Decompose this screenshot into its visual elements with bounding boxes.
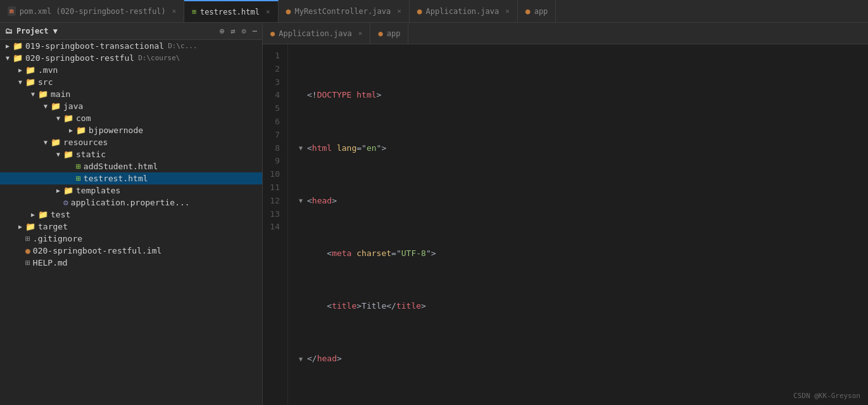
minimize-icon[interactable]: — [253, 27, 257, 35]
tree-item-static[interactable]: 📁 static [0, 148, 262, 160]
editor-tab-app2-label: app [387, 29, 401, 38]
arrow-static[interactable] [53, 151, 63, 158]
tab-application[interactable]: ● Application.java ✕ [410, 0, 518, 22]
item-name-mvn: .mvn [38, 65, 58, 75]
editor-tab-app2[interactable]: ● app [370, 23, 408, 44]
item-name-020: 020-springboot-restful [25, 53, 134, 63]
line-numbers: 1 2 3 4 5 6 7 8 9 10 11 12 13 14 [263, 44, 288, 405]
tree-item-appprops[interactable]: ⚙ application.propertie... [0, 196, 262, 209]
file-icon-gitignore: ⊞ [25, 234, 30, 243]
folder-icon-resources: 📁 [51, 138, 61, 147]
arrow-bjpowernode[interactable] [66, 127, 76, 134]
tree-item-test[interactable]: 📁 test [0, 209, 262, 221]
tree-item-020[interactable]: 📁 020-springboot-restful D:\course\ [0, 52, 262, 64]
editor-tab-application-label: Application.java [279, 29, 352, 38]
code-line-5: <title>Title</title> [296, 300, 868, 313]
folder-icon-020: 📁 [13, 53, 23, 63]
tree-item-bjpowernode[interactable]: 📁 bjpowernode [0, 124, 262, 136]
file-icon-addstudent: ⊞ [76, 162, 81, 171]
tree-item-src[interactable]: 📁 src [0, 76, 262, 88]
tab-pom[interactable]: m pom.xml (020-springboot-restful) ✕ [0, 0, 184, 22]
tree-item-019[interactable]: 📁 019-springboot-transactional D:\c... [0, 40, 262, 52]
fold-4[interactable] [296, 248, 306, 259]
sidebar: 🗂 Project ▼ ⊕ ⇄ ⚙ — 📁 019-springboot-tra… [0, 23, 263, 405]
target-icon[interactable]: ⊕ [220, 27, 224, 35]
item-name-addstudent: addStudent.html [84, 162, 158, 171]
editor-tab-application-close[interactable]: ✕ [358, 29, 363, 37]
arrow-mvn[interactable] [15, 67, 25, 74]
tree-item-main[interactable]: 📁 main [0, 88, 262, 100]
sidebar-header[interactable]: 🗂 Project ▼ ⊕ ⇄ ⚙ — [0, 23, 262, 40]
item-name-main: main [51, 89, 70, 99]
arrow-target[interactable] [15, 223, 25, 230]
tab-myrest[interactable]: ● MyRestController.java ✕ [279, 0, 410, 22]
settings-icon[interactable]: ⚙ [242, 27, 246, 35]
editor-tab-bar: ● Application.java ✕ ● app [263, 23, 868, 44]
folder-icon-bjpowernode: 📁 [76, 125, 86, 135]
item-name-gitignore: .gitignore [33, 234, 82, 243]
folder-icon-019: 📁 [13, 41, 23, 51]
fold-5[interactable] [296, 302, 306, 312]
arrow-main[interactable] [28, 91, 38, 98]
file-icon-testrest: ⊞ [76, 174, 81, 183]
layout-icon[interactable]: ⇄ [230, 27, 235, 35]
project-icon: 🗂 [5, 27, 13, 35]
file-icon-appprops: ⚙ [63, 198, 68, 207]
arrow-templates[interactable] [53, 187, 63, 194]
tab-app2[interactable]: ● app [518, 0, 557, 22]
main-area: 🗂 Project ▼ ⊕ ⇄ ⚙ — 📁 019-springboot-tra… [0, 23, 868, 405]
watermark: CSDN @KK-Greyson [793, 392, 860, 400]
code-line-3: ▼ <head> [296, 195, 868, 208]
item-name-appprops: application.propertie... [71, 198, 190, 207]
tab-myrest-close[interactable]: ✕ [397, 7, 401, 15]
arrow-java[interactable] [41, 103, 51, 110]
tree-item-java[interactable]: 📁 java [0, 100, 262, 112]
code-line-1: <!DOCTYPE html> [296, 89, 868, 102]
code-line-4: <meta charset="UTF-8"> [296, 247, 868, 260]
arrow-resources[interactable] [41, 139, 51, 146]
code-content[interactable]: <!DOCTYPE html> ▼ <html lang="en"> ▼ <he… [288, 44, 868, 405]
html-icon: ⊞ [192, 8, 196, 16]
tree-item-testrest[interactable]: ⊞ testrest.html [0, 172, 262, 184]
tree-item-gitignore[interactable]: ⊞ .gitignore [0, 233, 262, 245]
tree-item-templates[interactable]: 📁 templates [0, 184, 262, 196]
java-icon-app2: ● [525, 6, 531, 16]
item-name-resources: resources [63, 138, 108, 147]
arrow-com[interactable] [53, 115, 63, 122]
folder-icon-mvn: 📁 [25, 65, 35, 75]
tab-pom-close[interactable]: ✕ [172, 7, 177, 15]
tab-app2-label: app [534, 7, 548, 16]
code-line-6: ▼ </head> [296, 352, 868, 366]
fold-6[interactable]: ▼ [296, 354, 306, 364]
editor-tab-application[interactable]: ● Application.java ✕ [263, 23, 370, 44]
tab-pom-label: pom.xml (020-springboot-restful) [20, 7, 166, 16]
tab-testrest[interactable]: ⊞ testrest.html ✕ [184, 0, 278, 22]
tree-item-iml[interactable]: ● 020-springboot-restful.iml [0, 245, 262, 257]
item-name-java: java [63, 101, 83, 111]
watermark-text: CSDN @KK-Greyson [793, 392, 860, 400]
item-name-iml: 020-springboot-restful.iml [33, 246, 162, 255]
arrow-020[interactable] [3, 55, 13, 61]
tree-item-target[interactable]: 📁 target [0, 221, 262, 233]
tree-item-helpmd[interactable]: ⊞ HELP.md [0, 257, 262, 269]
arrow-019[interactable] [3, 42, 13, 49]
tree-item-addstudent[interactable]: ⊞ addStudent.html [0, 160, 262, 172]
item-name-test: test [51, 210, 70, 219]
fold-2[interactable]: ▼ [296, 143, 306, 153]
code-line-2: ▼ <html lang="en"> [296, 142, 868, 155]
tab-testrest-close[interactable]: ✕ [266, 8, 270, 16]
arrow-test[interactable] [28, 211, 38, 218]
tab-application-close[interactable]: ✕ [505, 7, 510, 15]
arrow-src[interactable] [15, 79, 25, 86]
tree-item-resources[interactable]: 📁 resources [0, 136, 262, 148]
fold-3[interactable]: ▼ [296, 196, 306, 206]
sidebar-title: Project ▼ [16, 27, 58, 35]
tree-item-com[interactable]: 📁 com [0, 112, 262, 124]
tab-application-label: Application.java [426, 7, 500, 16]
tree-item-mvn[interactable]: 📁 .mvn [0, 64, 262, 76]
item-name-testrest: testrest.html [84, 174, 148, 183]
folder-icon-templates: 📁 [63, 186, 73, 195]
folder-icon-java: 📁 [51, 101, 61, 111]
fold-1[interactable] [296, 91, 306, 101]
folder-icon-main: 📁 [38, 89, 48, 99]
